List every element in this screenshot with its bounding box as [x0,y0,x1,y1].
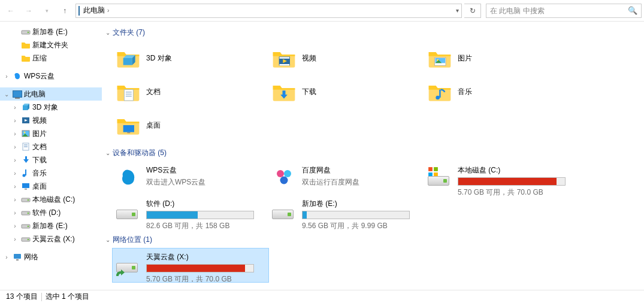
address-dropdown-icon[interactable]: ▾ [456,7,459,14]
folder-icon [271,78,297,105]
svg-point-48 [277,170,284,177]
drive-subtext: 5.70 GB 可用，共 70.0 GB [146,274,266,284]
svg-point-23 [28,226,29,228]
expander-icon[interactable]: › [11,144,19,150]
folder-label: 3D 对象 [146,53,172,63]
drive-icon [427,164,453,190]
forward-button[interactable]: → [20,2,37,19]
tree-item[interactable]: 新建文件夹 [0,38,102,51]
tree-item-label: 本地磁盘 (C:) [32,195,75,205]
drive-icon [271,164,297,190]
svg-marker-13 [23,156,29,163]
breadcrumb[interactable]: 此电脑 › [83,5,109,16]
up-button[interactable]: ↑ [56,2,73,19]
tree-item-label: 下载 [32,155,47,165]
tree-item[interactable]: › 本地磁盘 (C:) [0,193,102,206]
capacity-bar [146,264,254,272]
section-header-drives[interactable]: ⌄ 设备和驱动器 (5) [102,146,644,160]
tree-item[interactable]: › 软件 (D:) [0,206,102,219]
tree-item-icon [20,102,31,113]
expander-icon[interactable]: › [11,210,19,216]
drive-item[interactable]: 本地磁盘 (C:) 5.70 GB 可用，共 70.0 GB [424,162,580,195]
folder-item[interactable]: 图片 [424,41,580,75]
expander-icon[interactable]: › [11,236,19,243]
tree-item-label: 桌面 [32,181,47,192]
recent-dropdown[interactable]: ▾ [38,2,55,19]
folder-item[interactable]: 桌面 [113,108,268,142]
folder-item[interactable]: 下载 [268,75,424,108]
tree-item-label: 新建文件夹 [32,40,68,50]
folder-item[interactable]: 3D 对象 [113,41,268,75]
drive-subtext: 82.6 GB 可用，共 158 GB [146,221,266,231]
folder-icon [115,45,141,71]
expander-icon[interactable]: › [2,254,11,260]
svg-rect-51 [428,167,433,171]
navigation-pane[interactable]: 新加卷 (E:) 新建文件夹 压缩 › WPS云盘 ⌄ 此电脑 › 3D 对象 … [0,22,102,290]
chevron-right-icon[interactable]: › [107,7,109,14]
drive-item[interactable]: 百度网盘 双击运行百度网盘 [268,162,424,195]
tree-item[interactable]: › 桌面 [0,180,102,193]
expander-icon[interactable]: › [11,157,19,163]
content-pane[interactable]: ⌄ 文件夹 (7) 3D 对象 视频 图片 文档 下载 音乐 桌面 ⌄ 设备和驱… [102,22,644,290]
tree-item[interactable]: › 视频 [0,114,102,127]
tree-item[interactable]: › 新加卷 (E:) [0,219,102,232]
section-title: 文件夹 (7) [113,28,145,38]
expander-icon[interactable]: › [11,117,19,124]
svg-point-1 [28,32,29,34]
search-icon: 🔍 [628,6,637,15]
expander-icon[interactable]: › [11,196,19,203]
expander-icon[interactable]: › [11,170,19,177]
tree-item[interactable]: › 图片 [0,127,102,140]
svg-point-49 [284,170,291,177]
folder-label: 文档 [146,87,161,97]
refresh-button[interactable]: ↻ [464,4,481,18]
search-input[interactable] [490,7,624,15]
tree-item[interactable]: › 下载 [0,153,102,166]
expander-icon[interactable]: › [11,131,19,137]
tree-item[interactable]: › 网络 [0,250,102,263]
folder-item[interactable]: 视频 [268,41,424,75]
drive-item[interactable]: 天翼云盘 (X:) 5.70 GB 可用，共 70.0 GB [113,249,268,282]
section-header-folders[interactable]: ⌄ 文件夹 (7) [102,25,644,40]
chevron-down-icon: ⌄ [105,150,110,156]
tree-item-label: 图片 [32,129,47,139]
drive-item[interactable]: 软件 (D:) 82.6 GB 可用，共 158 GB [113,195,268,229]
folder-item[interactable]: 音乐 [424,75,580,108]
status-bar: 13 个项目 选中 1 个项目 [0,290,644,303]
tree-item[interactable]: › 3D 对象 [0,101,102,114]
svg-rect-45 [439,90,441,98]
status-selection: 选中 1 个项目 [46,292,89,302]
folder-label: 音乐 [458,87,472,97]
tree-item-icon [20,168,31,178]
expander-icon[interactable]: › [2,73,11,80]
address-bar[interactable]: 此电脑 › ▾ [75,4,462,18]
expander-icon[interactable]: › [11,183,19,190]
svg-point-50 [280,177,288,184]
drive-item[interactable]: 新加卷 (E:) 9.56 GB 可用，共 9.99 GB [268,195,424,229]
tree-item[interactable]: › 音乐 [0,166,102,180]
svg-rect-52 [434,167,438,171]
svg-rect-16 [22,183,29,188]
drive-item[interactable]: WPS云盘 双击进入WPS云盘 [113,162,268,195]
expander-icon[interactable]: ⌄ [2,91,11,98]
tree-item-icon [12,89,23,99]
search-box[interactable]: 🔍 [486,4,642,18]
back-button[interactable]: ← [2,2,19,19]
tree-item-label: 天翼云盘 (X:) [32,234,75,244]
expander-icon[interactable]: › [11,223,19,229]
svg-point-8 [24,132,26,134]
folder-item[interactable]: 文档 [113,75,268,108]
tree-item-label: 音乐 [32,168,47,178]
tree-item[interactable]: › 天翼云盘 (X:) [0,232,102,246]
expander-icon[interactable]: › [11,104,19,111]
svg-point-14 [23,174,26,177]
tree-item[interactable]: ⌄ 此电脑 [0,87,102,101]
tree-item[interactable]: › WPS云盘 [0,69,102,83]
section-header-netloc[interactable]: ⌄ 网络位置 (1) [102,232,644,247]
tree-item[interactable]: › 文档 [0,140,102,153]
tree-item[interactable]: 新加卷 (E:) [0,25,102,38]
drive-icon [115,164,141,190]
svg-point-25 [28,239,29,241]
tree-item[interactable]: 压缩 [0,51,102,65]
tree-item-icon [20,220,31,231]
